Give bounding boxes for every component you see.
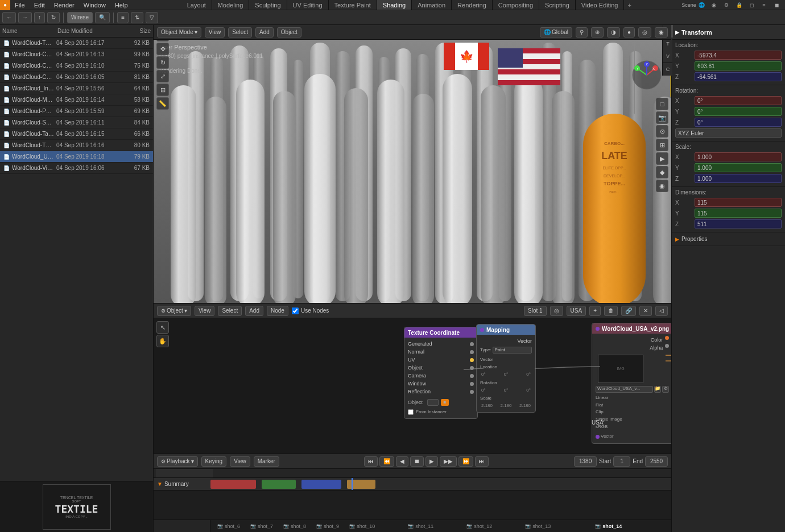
prev-frame-btn[interactable]: ◀ — [396, 456, 408, 467]
viewport-shading-btn[interactable]: 🌐 Global — [540, 27, 572, 38]
close-material-btn[interactable]: ✕ — [639, 306, 652, 316]
measure-tool[interactable]: 📏 — [156, 97, 169, 110]
shot-item[interactable]: 📷 shot_11 — [403, 523, 438, 529]
scale-y-field[interactable]: 1.000 — [695, 163, 782, 172]
vp-select-btn[interactable]: Select — [228, 27, 252, 38]
view-perspective-btn[interactable]: □ — [656, 98, 668, 110]
rot-mode-field[interactable]: XYZ Euler — [675, 128, 782, 138]
sort-btn[interactable]: ⇅ — [131, 12, 143, 23]
tab-shading[interactable]: Shading — [377, 0, 412, 10]
summary-bar[interactable] — [210, 478, 671, 490]
shader-sphere-btn[interactable]: ◎ — [550, 306, 563, 316]
timeline-playback-btn[interactable]: ⚙ Playback ▾ — [157, 456, 198, 467]
timeline-marker-btn[interactable]: Marker — [254, 456, 279, 467]
tab-compositing[interactable]: Compositing — [493, 0, 539, 10]
view-layer-icon[interactable]: ◉ — [709, 1, 719, 9]
viewport-gizmo-btn[interactable]: ⊕ — [591, 27, 604, 38]
browse-btn[interactable]: 📁 — [654, 386, 661, 393]
file-row[interactable]: 📄 WordCloud-Malaysi... 04 Sep 2019 16:14… — [0, 94, 153, 106]
timeline-view-btn[interactable]: View — [230, 456, 250, 467]
tab-animation[interactable]: Animation — [412, 0, 452, 10]
rot-z-field[interactable]: 0° — [695, 118, 782, 127]
render-props-btn[interactable]: ◉ — [656, 180, 668, 192]
file-row[interactable]: 📄 WordCloud-Portugal... 04 Sep 2019 15:5… — [0, 106, 153, 117]
shot-item[interactable]: 📷 shot_6 — [213, 523, 245, 529]
type-dropdown[interactable]: Point — [493, 347, 532, 354]
rot-y-field[interactable]: 0° — [695, 107, 782, 116]
scale-z-field[interactable]: 1.000 — [695, 174, 782, 183]
next-keyframe-btn[interactable]: ⏩ — [458, 456, 473, 467]
shader-mode-dropdown[interactable]: ⚙ Object ▾ — [157, 306, 191, 316]
scale-tool[interactable]: ⤢ — [156, 70, 169, 82]
dim-y-field[interactable]: 115 — [695, 209, 782, 218]
prev-material-btn[interactable]: ◁ — [655, 306, 668, 316]
new-material-btn[interactable]: + — [589, 306, 601, 316]
file-row[interactable]: 📄 WordCloud-Cambod... 04 Sep 2019 16:13 … — [0, 49, 153, 60]
rot-x-field[interactable]: 0° — [695, 96, 782, 105]
transform-tool[interactable]: ⊞ — [156, 84, 169, 96]
shot-item[interactable]: 📷 shot_9 — [312, 523, 344, 529]
use-nodes-checkbox[interactable] — [292, 307, 299, 314]
from-instancer-checkbox[interactable] — [408, 409, 414, 415]
search-btn[interactable]: 🔍 — [95, 12, 110, 23]
shot-item[interactable]: 📷 shot_14 — [590, 523, 626, 529]
shader-node-btn[interactable]: Node — [267, 306, 288, 316]
prev-keyframe-btn[interactable]: ⏪ — [379, 456, 394, 467]
tool-tab[interactable]: T — [671, 38, 673, 50]
add-workspace-btn[interactable]: + — [624, 0, 634, 10]
shader-nav-icon[interactable]: ↖ — [156, 321, 169, 334]
shader-view-btn[interactable]: View — [195, 306, 215, 316]
object-mode-dropdown[interactable]: Object Mode ▾ — [157, 27, 201, 38]
file-row[interactable]: 📄 WordCloud-Thailand... 04 Sep 2019 16:1… — [0, 140, 153, 151]
view-tab[interactable]: V — [671, 50, 673, 63]
close-icon[interactable]: ◼ — [771, 1, 782, 9]
viewport-xray-btn[interactable]: ◑ — [607, 27, 620, 38]
file-row[interactable]: 📄 WordCloud-China_v... 04 Sep 2019 16:05… — [0, 72, 153, 83]
tab-uv-editing[interactable]: UV Editing — [287, 0, 329, 10]
menu-icon[interactable]: ≡ — [759, 1, 769, 9]
img-settings-btn[interactable]: ⚙ — [662, 386, 669, 393]
loc-z-field[interactable]: -64.561 — [695, 72, 782, 81]
scale-x-field[interactable]: 1.000 — [695, 152, 782, 161]
move-tool[interactable]: ✥ — [156, 43, 169, 55]
dim-x-field[interactable]: 115 — [695, 198, 782, 207]
viewport-area[interactable]: Object Mode ▾ View Select Add Object 🌐 G… — [154, 25, 671, 304]
rotate-tool[interactable]: ↻ — [156, 56, 169, 69]
object-field[interactable] — [427, 399, 439, 406]
nav-back-btn[interactable]: ← — [2, 12, 16, 23]
slot-dropdown[interactable]: Slot 1 — [524, 306, 547, 316]
link-material-btn[interactable]: 🔗 — [621, 306, 636, 316]
play-btn[interactable]: ▶ — [425, 456, 438, 467]
shader-add-btn[interactable]: Add — [245, 306, 263, 316]
file-row[interactable]: 📄 WordCloud-Taiwan... 04 Sep 2019 16:15 … — [0, 128, 153, 140]
image-texture-node[interactable]: WordCloud_USA_v2.png Color Alpha IMG — [592, 323, 671, 444]
tab-sculpting[interactable]: Sculpting — [249, 0, 287, 10]
viewport-rendered-btn[interactable]: ◉ — [655, 27, 668, 38]
vp-object-btn[interactable]: Object — [277, 27, 301, 38]
path-input-container[interactable]: Wirese — [67, 12, 93, 23]
file-row[interactable]: 📄 WordCloud-Vietnam... 04 Sep 2019 16:06… — [0, 163, 153, 174]
filename-field[interactable]: WordCloud_USA_v... — [596, 386, 653, 393]
vp-add-btn[interactable]: Add — [255, 27, 274, 38]
shot-item[interactable]: 📷 shot_10 — [345, 523, 379, 529]
tab-video-editing[interactable]: Video Editing — [576, 0, 625, 10]
tab-scripting[interactable]: Scripting — [539, 0, 576, 10]
play-beginning-btn[interactable]: ⏮ — [364, 456, 378, 467]
menu-file[interactable]: File — [10, 0, 30, 10]
view-top-btn[interactable]: ⊙ — [656, 125, 668, 138]
object-props-btn[interactable]: ◆ — [656, 166, 668, 178]
blender-logo[interactable]: ● — [0, 0, 10, 10]
file-row[interactable]: 📄 WordCloud-Turkey_v... 04 Sep 2019 16:1… — [0, 38, 153, 49]
menu-window[interactable]: Window — [79, 0, 110, 10]
shot-item[interactable]: 📷 shot_8 — [279, 523, 311, 529]
texture-coord-node[interactable]: Texture Coordinate Generated Normal UV — [404, 327, 478, 419]
item-tab[interactable]: I — [671, 25, 673, 38]
maximize-icon[interactable]: ◻ — [746, 1, 757, 9]
loc-x-field[interactable]: -5973.4 — [695, 51, 782, 60]
viewport-overlay-btn[interactable]: ⚲ — [576, 27, 588, 38]
vp-view-btn[interactable]: View — [205, 27, 225, 38]
current-frame-field[interactable]: 1380 — [574, 456, 597, 467]
tab-rendering[interactable]: Rendering — [452, 0, 493, 10]
file-row[interactable]: 📄 WordCloud-Canada_... 04 Sep 2019 16:10… — [0, 60, 153, 72]
view-camera-btn[interactable]: 📷 — [656, 111, 668, 124]
